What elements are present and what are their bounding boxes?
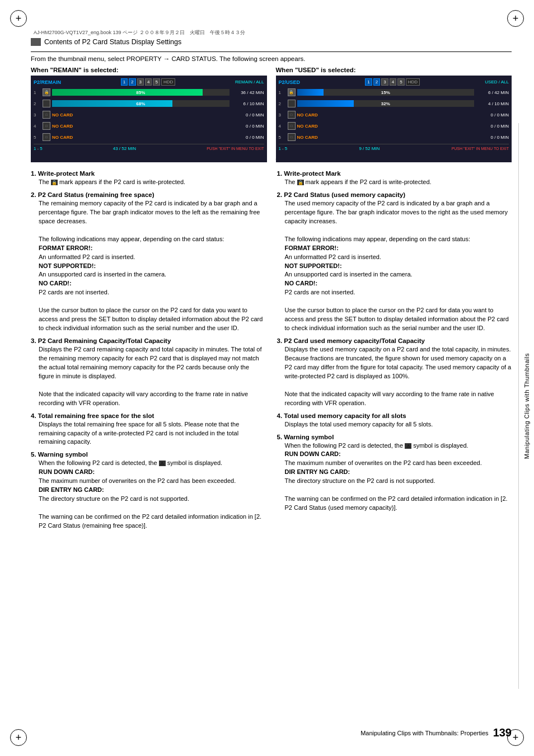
right-row5: 5 □ NO CARD 0 / 0 MIN — [279, 132, 509, 142]
right-row5-val: 0 / 0 MIN — [476, 135, 509, 140]
right-item2-header: 2. P2 Card Status (used memory capacity) — [277, 191, 512, 198]
left-item2-body: The remaining memory capacity of the P2 … — [39, 199, 266, 333]
left-row1-pct: 85% — [52, 89, 229, 96]
right-row1-icon: 🔒 — [288, 88, 296, 96]
left-row3-icon: □ — [43, 111, 50, 119]
right-item2-sub1-text: An unformatted P2 card is inserted. — [285, 253, 381, 260]
right-slot1: 1 — [365, 78, 372, 86]
main-content: Contents of P2 Card Status Display Setti… — [31, 38, 512, 722]
right-item5-sub1-label: RUN DOWN CARD: — [285, 450, 341, 457]
left-item2-num: 2. — [31, 191, 36, 198]
right-row1-val: 6 / 42 MIN — [476, 90, 509, 95]
right-bottom-slots: 1 - 5 — [279, 146, 288, 151]
left-row2-num: 2 — [34, 101, 43, 106]
left-item2-header: 2. P2 Card Status (remaining free space) — [31, 191, 266, 198]
right-row4-icon: □ — [288, 122, 296, 130]
left-slot-sep: - — [37, 146, 39, 151]
right-sidebar: Manipulating Clips with Thumbnails — [518, 123, 534, 689]
left-slot2: 2 — [129, 78, 135, 86]
left-slots-range: 1 — [34, 146, 36, 151]
right-row3-val: 0 / 0 MIN — [476, 112, 509, 118]
right-item5-sub2-label: DIR ENTRY NG CARD: — [285, 468, 350, 475]
right-row1-bar: 15% — [297, 89, 475, 96]
right-item4-body: Displays the total used memory capacity … — [285, 420, 512, 429]
right-row5-num: 5 — [279, 135, 288, 140]
left-item5-sub2-label: DIR ENTRY NG CARD: — [39, 486, 104, 493]
right-row5-icon: □ — [288, 133, 296, 141]
left-item3-num: 3. — [31, 337, 36, 344]
section-icon — [31, 38, 41, 46]
left-item5-sub2-text: The directory structure on the P2 card i… — [39, 495, 189, 502]
right-item5-sub2-text: The directory structure on the P2 card i… — [285, 477, 435, 484]
right-row3-num: 3 — [279, 112, 288, 118]
left-remain-label: REMAIN / ALL — [235, 79, 264, 84]
right-row2-pct: 32% — [297, 100, 475, 107]
left-slot3: 3 — [137, 78, 144, 86]
right-row3-label: NO CARD — [297, 112, 477, 118]
footer-label: Manipulating Clips with Thumbnails: Prop… — [360, 730, 488, 736]
right-slot4: 4 — [390, 78, 396, 86]
left-item2-text3: Use the cursor button to place the curso… — [39, 307, 263, 331]
right-item2-sub3-text: P2 cards are not inserted. — [285, 289, 355, 295]
left-row4-num: 4 — [34, 124, 43, 129]
right-item2-title: P2 Card Status (used memory capacity) — [284, 191, 405, 198]
right-slot-end: 5 — [285, 146, 287, 151]
left-item3-header: 3. P2 Card Remaining Capacity/Total Capa… — [31, 337, 266, 344]
left-row5-val: 0 / 0 MIN — [232, 135, 264, 140]
right-screen-column: When "USED" is selected: 1 2 3 4 5 P2/US… — [276, 67, 512, 162]
right-used-label: USED / ALL — [485, 79, 509, 84]
left-item3-text1: Displays the P2 card remaining capacity … — [39, 346, 261, 379]
sidebar-label: Manipulating Clips with Thumbnails — [523, 353, 530, 459]
left-slot4: 4 — [145, 78, 152, 86]
left-item4-num: 4. — [31, 412, 36, 419]
right-row4-label: NO CARD — [297, 124, 477, 129]
left-row4: 4 □ NO CARD 0 / 0 MIN — [34, 121, 264, 131]
right-row2-num: 2 — [279, 101, 288, 106]
right-item2-body: The used memory capacity of the P2 card … — [285, 199, 512, 333]
left-row5-num: 5 — [34, 135, 43, 140]
left-row2-icon — [43, 100, 50, 107]
right-slot2: 2 — [373, 78, 380, 86]
left-row2: 2 68% 6 / 10 MIN — [34, 98, 264, 109]
right-row4: 4 □ NO CARD 0 / 0 MIN — [279, 121, 509, 131]
left-item1-num: 1. — [31, 170, 36, 177]
file-info-text: AJ-HM2700G-VQT1V27_eng.book 139 ページ ２００８… — [34, 29, 245, 36]
right-row1-num: 1 — [279, 90, 288, 95]
right-screen-label: When "USED" is selected: — [276, 67, 512, 73]
right-row4-val: 0 / 0 MIN — [476, 124, 509, 129]
section-title-box: Contents of P2 Card Status Display Setti… — [31, 38, 512, 46]
right-row5-label: NO CARD — [297, 135, 477, 140]
right-slot5: 5 — [397, 78, 404, 86]
right-cam-bottom-bar: 1 - 5 9 / 52 MIN PUSH "EXIT" IN MENU TO … — [279, 144, 509, 151]
content-left: 1. Write-protect Mark The 🔒 mark appears… — [31, 170, 266, 535]
content-columns: 1. Write-protect Mark The 🔒 mark appears… — [31, 170, 512, 535]
right-row2-val: 4 / 10 MIN — [476, 101, 509, 106]
right-cam-top-bar: P2/USED 1 2 3 4 5 HDD USED / ALL — [279, 78, 509, 86]
left-item4: 4. Total remaining free space for the sl… — [31, 412, 266, 447]
left-screen-wrapper: 1 2 3 4 5 P2/REMAIN 1 2 3 4 — [31, 76, 267, 162]
right-item2-sub1-label: FORMAT ERROR!: — [285, 245, 339, 251]
right-item1-body: The 🔒 mark appears if the P2 card is wri… — [285, 178, 512, 187]
left-item2-title: P2 Card Status (remaining free space) — [38, 191, 154, 198]
right-item3-num: 3. — [277, 337, 283, 344]
header-file-info: AJ-HM2700G-VQT1V27_eng.book 139 ページ ２００８… — [34, 29, 500, 36]
right-item3-text2: Note that the indicated capacity will va… — [285, 391, 494, 406]
right-item3: 3. P2 Card used memory capacity/Total Ca… — [277, 337, 512, 408]
right-screen-wrapper: 1 2 3 4 5 P2/USED 1 2 3 4 — [276, 76, 512, 162]
left-camera-display: P2/REMAIN 1 2 3 4 5 HDD REMAIN / ALL — [31, 76, 267, 162]
corner-mark-tl — [10, 10, 27, 27]
left-row4-icon: □ — [43, 122, 50, 130]
left-item5-sub1-label: RUN DOWN CARD: — [39, 468, 95, 475]
left-row1: 1 🔒 85% 36 / 42 MIN — [34, 87, 264, 97]
left-cam-bottom-bar: 1 - 5 43 / 52 MIN PUSH "EXIT" IN MENU TO… — [34, 144, 264, 151]
right-row1: 1 🔒 15% 6 / 42 MIN — [279, 87, 509, 97]
right-item5-text2: The warning can be confirmed on the P2 c… — [285, 495, 508, 511]
right-item3-header: 3. P2 Card used memory capacity/Total Ca… — [277, 337, 512, 344]
right-item5-body: When the following P2 card is detected, … — [285, 442, 512, 513]
left-item2-sub3-text: P2 cards are not inserted. — [39, 289, 109, 295]
right-row4-num: 4 — [279, 124, 288, 129]
right-row2: 2 32% 4 / 10 MIN — [279, 98, 509, 109]
right-item1: 1. Write-protect Mark The 🔒 mark appears… — [277, 170, 512, 187]
left-item2-sub1-label: FORMAT ERROR!: — [39, 245, 92, 251]
right-item5-header: 5. Warning symbol — [277, 434, 512, 440]
